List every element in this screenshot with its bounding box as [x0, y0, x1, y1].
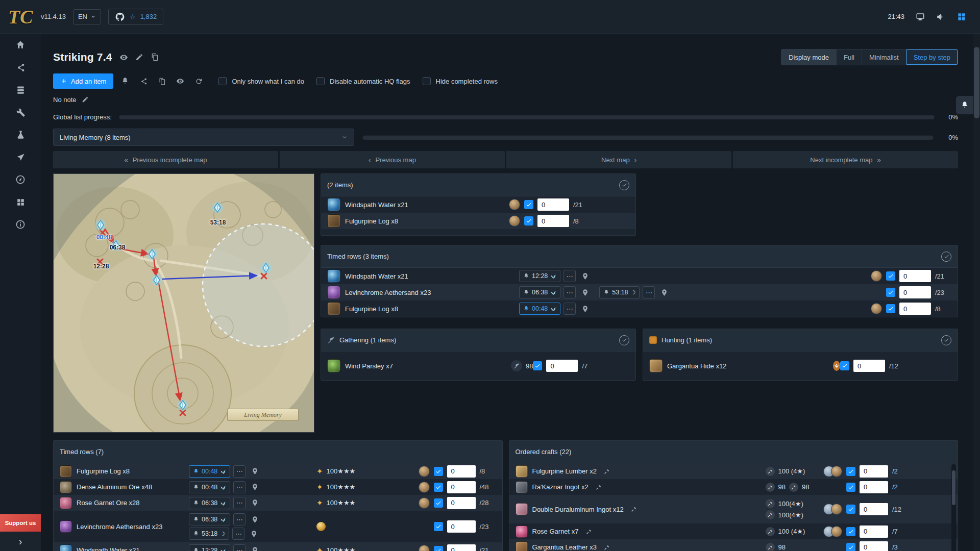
edit-note-icon[interactable]	[82, 96, 89, 103]
more-options-button[interactable]: ⋯	[564, 270, 576, 282]
map-pin-button[interactable]	[579, 270, 591, 282]
alarm-chip[interactable]: 06:38	[189, 513, 230, 525]
done-checkbox[interactable]	[846, 483, 855, 492]
sidebar-item-lists[interactable]	[0, 79, 41, 101]
done-checkbox[interactable]	[846, 467, 855, 476]
more-options-button[interactable]: ⋯	[564, 303, 576, 315]
zone-map[interactable]: 53:18 00:48 06:38 12:28 Living Memory	[53, 173, 314, 433]
more-options-button[interactable]: ⋯	[233, 481, 246, 493]
alarm-chip[interactable]: 53:18 ☽	[189, 528, 229, 540]
complete-all-button[interactable]	[619, 335, 629, 345]
item-name[interactable]: Fulgurpine Lumber x2	[532, 467, 597, 475]
map-pin-button[interactable]	[249, 544, 261, 551]
item-name[interactable]: Windspath Water x21	[345, 201, 408, 209]
language-select[interactable]: EN	[73, 9, 101, 24]
done-checkbox[interactable]	[524, 200, 533, 209]
alarm-chip[interactable]: 53:18 ☽	[599, 286, 640, 298]
item-name[interactable]: Ra'Kaznar Ingot x2	[532, 483, 589, 491]
done-checkbox[interactable]	[434, 546, 443, 551]
quantity-input[interactable]	[899, 270, 931, 282]
sidebar-expand-button[interactable]: ›	[0, 532, 41, 551]
more-options-button[interactable]: ⋯	[233, 513, 246, 525]
sound-icon[interactable]	[936, 12, 945, 21]
prev-map-button[interactable]: ‹ Previous map	[280, 151, 505, 168]
map-pin-button[interactable]	[249, 481, 261, 493]
app-logo[interactable]: TC	[0, 6, 41, 28]
alarm-chip-active[interactable]: 00:48	[189, 465, 230, 478]
map-pin-button[interactable]	[579, 286, 591, 298]
complete-all-button[interactable]	[941, 335, 951, 345]
craft-recipe-icon[interactable]	[631, 506, 637, 512]
edit-title-icon[interactable]	[135, 53, 143, 61]
clone-button[interactable]	[155, 74, 168, 88]
item-name[interactable]: Rose Garnet Ore x28	[77, 499, 140, 507]
more-options-button[interactable]: ⋯	[643, 286, 655, 298]
github-star-widget[interactable]: ☆ 1,832	[108, 9, 163, 25]
alarm-chip[interactable]: 06:38	[189, 497, 230, 509]
quantity-input[interactable]	[899, 286, 931, 298]
quantity-input[interactable]	[860, 525, 888, 538]
craft-recipe-icon[interactable]	[596, 484, 602, 490]
quantity-input[interactable]	[447, 481, 476, 493]
item-name[interactable]: Gargantua Leather x3	[532, 543, 597, 551]
item-name[interactable]: Fulgurpine Log x8	[345, 217, 398, 225]
sidebar-item-gathering[interactable]	[0, 101, 41, 123]
visibility-icon[interactable]	[119, 53, 128, 62]
item-name[interactable]: Windspath Water x21	[345, 272, 408, 280]
copy-list-icon[interactable]	[151, 53, 159, 61]
desktop-app-icon[interactable]	[916, 12, 925, 21]
more-options-button[interactable]: ⋯	[233, 465, 246, 478]
alarm-chip[interactable]: 12:28	[519, 270, 560, 282]
craft-recipe-icon[interactable]	[604, 468, 610, 474]
page-scrollbar-thumb[interactable]	[974, 47, 979, 118]
done-checkbox[interactable]	[524, 216, 533, 226]
share-button[interactable]	[137, 74, 150, 88]
quantity-input[interactable]	[860, 541, 888, 551]
crafts-scrollbar-thumb[interactable]	[952, 470, 955, 505]
sidebar-item-apps[interactable]	[0, 191, 41, 213]
quantity-input[interactable]	[537, 215, 569, 227]
item-name[interactable]: Fulgurpine Log x8	[77, 467, 130, 475]
support-us-button[interactable]: Support us	[0, 514, 41, 532]
crafts-scrollbar[interactable]	[951, 464, 956, 551]
more-options-button[interactable]: ⋯	[232, 528, 244, 540]
quantity-input[interactable]	[447, 520, 476, 533]
item-name[interactable]: Wind Parsley x7	[345, 362, 393, 370]
hide-completed-checkbox[interactable]	[423, 77, 431, 85]
item-name[interactable]: Dense Aluminum Ore x48	[77, 483, 152, 491]
done-checkbox[interactable]	[434, 483, 443, 492]
done-checkbox[interactable]	[533, 361, 542, 370]
refresh-button[interactable]	[192, 74, 205, 88]
alarm-chip-active[interactable]: 00:48	[519, 303, 560, 315]
sidebar-item-airships[interactable]	[0, 146, 41, 168]
done-checkbox[interactable]	[846, 505, 855, 514]
quantity-input[interactable]	[899, 303, 931, 315]
quantity-input[interactable]	[447, 465, 476, 478]
complete-all-button[interactable]	[619, 180, 629, 190]
more-options-button[interactable]: ⋯	[233, 497, 246, 509]
more-options-button[interactable]: ⋯	[564, 286, 576, 298]
next-incomplete-map-button[interactable]: Next incomplete map »	[733, 151, 958, 168]
display-mode-full-button[interactable]: Full	[837, 49, 862, 65]
quantity-input[interactable]	[860, 481, 888, 493]
page-scrollbar[interactable]	[973, 34, 980, 551]
quantity-input[interactable]	[447, 497, 476, 509]
craft-recipe-icon[interactable]	[586, 529, 592, 535]
craft-recipe-icon[interactable]	[604, 544, 610, 550]
item-name[interactable]: Double Duraluminum Ingot x12	[532, 506, 624, 513]
item-name[interactable]: Rose Garnet x7	[532, 528, 579, 535]
alarm-chip[interactable]: 00:48	[189, 481, 230, 493]
item-name[interactable]: Levinchrome Aethersand x23	[345, 289, 431, 296]
quantity-input[interactable]	[447, 544, 476, 551]
map-pin-button[interactable]	[249, 497, 261, 509]
quantity-input[interactable]	[860, 465, 888, 478]
prev-incomplete-map-button[interactable]: « Previous incomplete map	[53, 151, 278, 168]
add-item-button[interactable]: Add an item	[53, 73, 113, 89]
map-pin-button[interactable]	[579, 303, 591, 315]
sidebar-item-shared[interactable]	[0, 56, 41, 79]
more-options-button[interactable]: ⋯	[233, 544, 246, 551]
preview-button[interactable]	[174, 74, 187, 88]
done-checkbox[interactable]	[886, 271, 895, 281]
quantity-input[interactable]	[546, 360, 578, 372]
done-checkbox[interactable]	[846, 527, 855, 536]
